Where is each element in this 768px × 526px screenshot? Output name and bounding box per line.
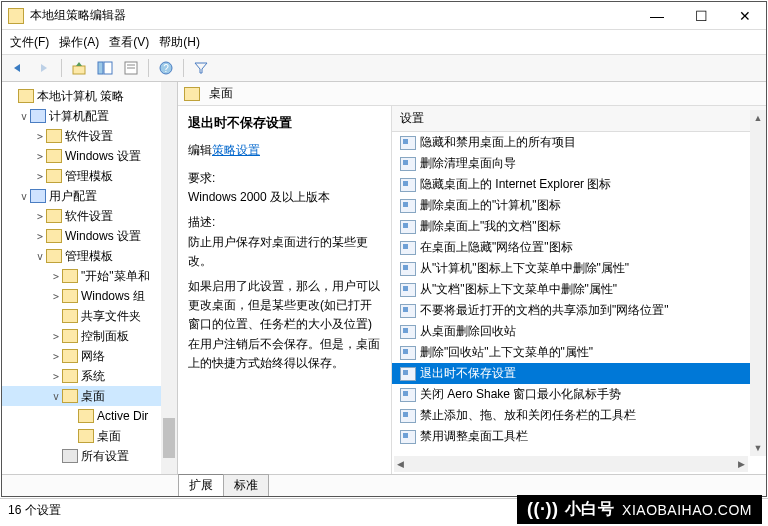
settings-list-pane: 设置 隐藏和禁用桌面上的所有项目删除清理桌面向导隐藏桌面上的 Internet …	[392, 106, 766, 474]
broadcast-icon: ((·))	[527, 499, 558, 520]
setting-label: 禁止添加、拖、放和关闭任务栏的工具栏	[420, 407, 636, 424]
folder-icon	[62, 329, 78, 343]
expand-icon[interactable]: >	[50, 351, 62, 362]
tree-all-settings[interactable]: 所有设置	[81, 448, 129, 465]
title-bar[interactable]: 本地组策略编辑器 — ☐ ✕	[2, 2, 766, 30]
list-column-header[interactable]: 设置	[392, 106, 766, 132]
window-title: 本地组策略编辑器	[30, 7, 644, 24]
tree-desktop-sub[interactable]: 桌面	[97, 428, 121, 445]
expand-icon[interactable]: >	[34, 211, 46, 222]
folder-icon	[78, 429, 94, 443]
setting-item[interactable]: 关闭 Aero Shake 窗口最小化鼠标手势	[392, 384, 766, 405]
tree-system[interactable]: 系统	[81, 368, 105, 385]
expand-icon[interactable]: v	[34, 251, 46, 262]
expand-icon[interactable]: >	[34, 151, 46, 162]
list-h-scrollbar[interactable]: ◀▶	[394, 456, 748, 472]
path-current: 桌面	[209, 85, 233, 102]
expand-icon[interactable]: >	[34, 131, 46, 142]
minimize-button[interactable]: —	[644, 7, 670, 25]
menu-view[interactable]: 查看(V)	[109, 34, 149, 51]
setting-item[interactable]: 删除桌面上的"计算机"图标	[392, 195, 766, 216]
setting-label: 从桌面删除回收站	[420, 323, 516, 340]
expand-icon[interactable]: >	[50, 371, 62, 382]
policy-icon	[400, 220, 416, 234]
tree-root[interactable]: 本地计算机 策略	[37, 88, 124, 105]
setting-label: 从"文档"图标上下文菜单中删除"属性"	[420, 281, 617, 298]
tree-desktop[interactable]: 桌面	[81, 388, 105, 405]
setting-item[interactable]: 删除清理桌面向导	[392, 153, 766, 174]
nav-tree[interactable]: 本地计算机 策略 v计算机配置 >软件设置 >Windows 设置 >管理模板 …	[2, 82, 178, 474]
policy-icon	[400, 430, 416, 444]
policy-icon	[400, 346, 416, 360]
setting-label: 关闭 Aero Shake 窗口最小化鼠标手势	[420, 386, 621, 403]
setting-item[interactable]: 删除桌面上"我的文档"图标	[392, 216, 766, 237]
policy-icon	[400, 367, 416, 381]
setting-item[interactable]: 不要将最近打开的文档的共享添加到"网络位置"	[392, 300, 766, 321]
setting-label: 从"计算机"图标上下文菜单中删除"属性"	[420, 260, 629, 277]
tree-u-admin[interactable]: 管理模板	[65, 248, 113, 265]
show-hide-tree-button[interactable]	[93, 57, 117, 79]
policy-icon	[400, 325, 416, 339]
filter-button[interactable]	[189, 57, 213, 79]
setting-item[interactable]: 禁用调整桌面工具栏	[392, 426, 766, 447]
menu-file[interactable]: 文件(F)	[10, 34, 49, 51]
tree-control-panel[interactable]: 控制面板	[81, 328, 129, 345]
properties-button[interactable]	[119, 57, 143, 79]
tree-u-software[interactable]: 软件设置	[65, 208, 113, 225]
setting-item[interactable]: 从"文档"图标上下文菜单中删除"属性"	[392, 279, 766, 300]
list-scrollbar[interactable]: ▲▼	[750, 110, 766, 456]
app-window: 本地组策略编辑器 — ☐ ✕ 文件(F) 操作(A) 查看(V) 帮助(H) ?…	[1, 1, 767, 497]
expand-icon[interactable]: >	[34, 231, 46, 242]
tab-standard[interactable]: 标准	[223, 474, 269, 496]
folder-icon	[62, 289, 78, 303]
expand-icon[interactable]: >	[50, 271, 62, 282]
expand-icon[interactable]: >	[50, 291, 62, 302]
menu-action[interactable]: 操作(A)	[59, 34, 99, 51]
maximize-button[interactable]: ☐	[688, 7, 714, 25]
policy-icon	[400, 409, 416, 423]
main-pane: 桌面 退出时不保存设置 编辑策略设置 要求: Windows 2000 及以上版…	[178, 82, 766, 474]
expand-icon[interactable]: v	[18, 191, 30, 202]
setting-label: 隐藏和禁用桌面上的所有项目	[420, 134, 576, 151]
close-button[interactable]: ✕	[732, 7, 758, 25]
tree-c-software[interactable]: 软件设置	[65, 128, 113, 145]
settings-list[interactable]: 隐藏和禁用桌面上的所有项目删除清理桌面向导隐藏桌面上的 Internet Exp…	[392, 132, 766, 447]
tree-u-windows[interactable]: Windows 设置	[65, 228, 141, 245]
tree-start-menu[interactable]: "开始"菜单和	[81, 268, 150, 285]
tree-c-admin[interactable]: 管理模板	[65, 168, 113, 185]
expand-icon[interactable]: v	[50, 391, 62, 402]
setting-label: 删除桌面上"我的文档"图标	[420, 218, 561, 235]
expand-icon[interactable]: v	[18, 111, 30, 122]
expand-icon[interactable]: >	[50, 331, 62, 342]
setting-item[interactable]: 隐藏和禁用桌面上的所有项目	[392, 132, 766, 153]
policy-settings-link[interactable]: 策略设置	[212, 143, 260, 157]
help-button[interactable]: ?	[154, 57, 178, 79]
tree-c-windows[interactable]: Windows 设置	[65, 148, 141, 165]
folder-icon	[62, 369, 78, 383]
folder-icon	[46, 229, 62, 243]
tree-shared-folders[interactable]: 共享文件夹	[81, 308, 141, 325]
setting-item[interactable]: 删除"回收站"上下文菜单的"属性"	[392, 342, 766, 363]
setting-item[interactable]: 禁止添加、拖、放和关闭任务栏的工具栏	[392, 405, 766, 426]
tree-windows-components[interactable]: Windows 组	[81, 288, 145, 305]
expand-icon[interactable]: >	[34, 171, 46, 182]
up-button[interactable]	[67, 57, 91, 79]
setting-item[interactable]: 从"计算机"图标上下文菜单中删除"属性"	[392, 258, 766, 279]
tree-user-config[interactable]: 用户配置	[49, 188, 97, 205]
tree-active-directory[interactable]: Active Dir	[97, 409, 148, 423]
svg-rect-2	[104, 62, 112, 74]
setting-item[interactable]: 从桌面删除回收站	[392, 321, 766, 342]
setting-item[interactable]: 在桌面上隐藏"网络位置"图标	[392, 237, 766, 258]
tree-computer-config[interactable]: 计算机配置	[49, 108, 109, 125]
description-text-1: 防止用户保存对桌面进行的某些更改。	[188, 233, 381, 271]
setting-item[interactable]: 隐藏桌面上的 Internet Explorer 图标	[392, 174, 766, 195]
tree-scrollbar[interactable]	[161, 82, 177, 474]
menu-help[interactable]: 帮助(H)	[159, 34, 200, 51]
setting-item[interactable]: 退出时不保存设置	[392, 363, 766, 384]
forward-button[interactable]	[32, 57, 56, 79]
tree-network[interactable]: 网络	[81, 348, 105, 365]
back-button[interactable]	[6, 57, 30, 79]
description-text-2: 如果启用了此设置，那么，用户可以更改桌面，但是某些更改(如已打开窗口的位置、任务…	[188, 277, 381, 373]
policy-icon	[400, 262, 416, 276]
tab-extended[interactable]: 扩展	[178, 474, 224, 496]
